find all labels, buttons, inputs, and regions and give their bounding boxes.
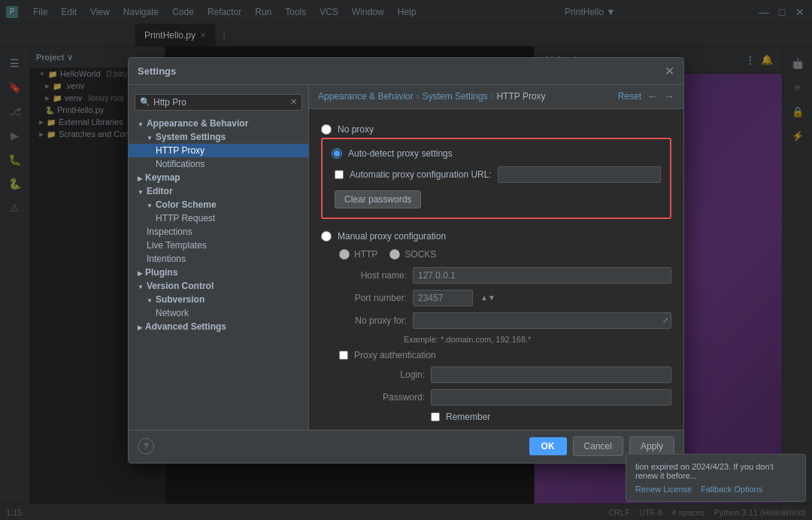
auto-detect-row: Auto-detect proxy settings	[332, 148, 661, 159]
settings-search-box[interactable]: 🔍 ✕	[135, 94, 302, 111]
breadcrumb-actions: Reset ← →	[618, 90, 674, 102]
login-row: Login:	[357, 366, 671, 383]
settings-item-notifications[interactable]: Notifications	[129, 157, 308, 171]
password-input[interactable]	[431, 389, 671, 406]
host-name-label: Host name:	[339, 270, 407, 281]
no-proxy-for-label: No proxy for:	[339, 315, 407, 326]
dialog-body: 🔍 ✕ ▼Appearance & Behavior ▼System Setti…	[129, 85, 683, 430]
settings-item-http-proxy[interactable]: HTTP Proxy	[129, 144, 308, 157]
dialog-title: Settings	[138, 65, 176, 77]
expand-input-icon[interactable]: ⤢	[662, 316, 668, 324]
breadcrumb-appearance[interactable]: Appearance & Behavior	[318, 91, 414, 102]
settings-item-color-scheme[interactable]: ▼Color Scheme	[129, 198, 308, 211]
expand-icon: ▶	[138, 175, 142, 182]
reset-button[interactable]: Reset	[618, 91, 641, 102]
protocol-row: HTTP SOCKS	[339, 249, 671, 260]
no-proxy-for-input[interactable]	[413, 312, 671, 329]
expand-icon: ▼	[138, 189, 144, 196]
breadcrumb-nav: Appearance & Behavior › System Settings …	[318, 91, 546, 102]
breadcrumb-sep-1: ›	[417, 91, 420, 102]
clear-passwords-button[interactable]: Clear passwords	[335, 190, 421, 208]
settings-content: No proxy Auto-detect proxy settings Auto…	[309, 109, 683, 430]
dialog-footer: ? OK Cancel Apply	[129, 430, 683, 463]
settings-left-panel: 🔍 ✕ ▼Appearance & Behavior ▼System Setti…	[129, 85, 309, 430]
http-protocol-row: HTTP	[339, 249, 377, 260]
auto-proxy-url-checkbox[interactable]	[335, 170, 344, 179]
no-proxy-for-row: No proxy for: ⤢	[339, 312, 671, 329]
search-clear-icon[interactable]: ✕	[290, 97, 297, 107]
breadcrumb-sep-2: ›	[490, 91, 493, 102]
settings-item-subversion[interactable]: ▼Subversion	[129, 293, 308, 306]
settings-item-plugins[interactable]: ▶Plugins	[129, 266, 308, 279]
auto-detect-radio[interactable]	[332, 148, 342, 159]
socks-protocol-row: SOCKS	[389, 249, 436, 260]
fallback-options-link[interactable]: Fallback Options	[701, 485, 762, 494]
manual-proxy-section: Manual proxy configuration HTTP SOCKS	[321, 228, 671, 430]
settings-item-live-templates[interactable]: Live Templates	[129, 239, 308, 252]
proxy-auth-checkbox[interactable]	[339, 351, 348, 360]
example-text: Example: *.domain.com, 192.168.*	[404, 335, 671, 344]
auth-section: Proxy authentication Login: Password:	[339, 350, 671, 422]
settings-dialog: Settings ✕ 🔍 ✕ ▼Appearance & Behavior ▼S…	[128, 57, 684, 464]
clear-passwords-row: Clear passwords	[332, 190, 661, 208]
socks-radio[interactable]	[389, 249, 400, 260]
remember-label: Remember	[446, 412, 490, 422]
settings-item-appearance[interactable]: ▼Appearance & Behavior	[129, 117, 308, 130]
http-radio[interactable]	[339, 249, 350, 260]
breadcrumb-system[interactable]: System Settings	[423, 91, 488, 102]
auto-proxy-url-input[interactable]	[498, 166, 661, 183]
settings-item-keymap[interactable]: ▶Keymap	[129, 171, 308, 184]
auto-proxy-url-label: Automatic proxy configuration URL:	[350, 169, 492, 180]
settings-item-inspections[interactable]: Inspections	[129, 225, 308, 239]
remember-checkbox[interactable]	[431, 412, 440, 421]
breadcrumb-current: HTTP Proxy	[496, 91, 545, 102]
expand-icon: ▶	[138, 270, 142, 277]
no-proxy-radio[interactable]	[321, 124, 332, 135]
ok-button[interactable]: OK	[529, 437, 567, 455]
auto-detect-box: Auto-detect proxy settings Automatic pro…	[321, 138, 671, 219]
remember-row: Remember	[357, 412, 671, 422]
auto-detect-label: Auto-detect proxy settings	[348, 148, 453, 159]
http-label: HTTP	[354, 249, 377, 260]
login-input[interactable]	[431, 366, 671, 383]
settings-item-editor[interactable]: ▼Editor	[129, 184, 308, 198]
manual-proxy-label: Manual proxy configuration	[338, 231, 446, 242]
settings-item-intentions[interactable]: Intentions	[129, 252, 308, 266]
no-proxy-label: No proxy	[338, 124, 374, 135]
notification-popup: tion expired on 2024/4/23. If you don't …	[626, 454, 806, 502]
expand-icon: ▼	[138, 121, 144, 128]
dialog-overlay: Settings ✕ 🔍 ✕ ▼Appearance & Behavior ▼S…	[0, 0, 812, 520]
manual-proxy-radio[interactable]	[321, 231, 332, 242]
settings-search-input[interactable]	[153, 97, 287, 108]
search-icon: 🔍	[140, 97, 150, 107]
proxy-auth-row: Proxy authentication	[339, 350, 671, 360]
settings-item-advanced[interactable]: ▶Advanced Settings	[129, 320, 308, 333]
nav-next-button[interactable]: →	[664, 90, 674, 102]
socks-label: SOCKS	[404, 249, 436, 260]
help-button[interactable]: ?	[138, 438, 154, 455]
no-proxy-row: No proxy	[321, 121, 671, 138]
port-number-input[interactable]	[413, 290, 473, 306]
expand-icon: ▼	[138, 284, 144, 290]
expand-icon: ▶	[138, 324, 142, 331]
port-number-label: Port number:	[339, 293, 407, 303]
port-spinner-icon[interactable]: ▲▼	[480, 293, 495, 302]
settings-item-http-request[interactable]: HTTP Request	[129, 211, 308, 225]
expand-icon: ▼	[147, 297, 153, 304]
dialog-close-button[interactable]: ✕	[665, 64, 674, 78]
proxy-auth-label: Proxy authentication	[354, 350, 436, 360]
settings-item-system[interactable]: ▼System Settings	[129, 130, 308, 144]
auto-proxy-url-row: Automatic proxy configuration URL:	[332, 166, 661, 183]
nav-prev-button[interactable]: ←	[647, 90, 658, 102]
cancel-button[interactable]: Cancel	[573, 436, 623, 456]
port-number-row: Port number: ▲▼	[339, 290, 671, 306]
host-name-input[interactable]	[413, 267, 671, 284]
notification-text: tion expired on 2024/4/23. If you don't …	[635, 462, 796, 480]
password-row: Password:	[357, 389, 671, 406]
settings-breadcrumb: Appearance & Behavior › System Settings …	[309, 85, 683, 109]
renew-license-link[interactable]: Renew License	[635, 485, 692, 494]
manual-proxy-row: Manual proxy configuration	[321, 231, 671, 242]
settings-item-version-control[interactable]: ▼Version Control	[129, 279, 308, 293]
notification-links: Renew License Fallback Options	[635, 485, 796, 494]
settings-item-network[interactable]: Network	[129, 306, 308, 320]
